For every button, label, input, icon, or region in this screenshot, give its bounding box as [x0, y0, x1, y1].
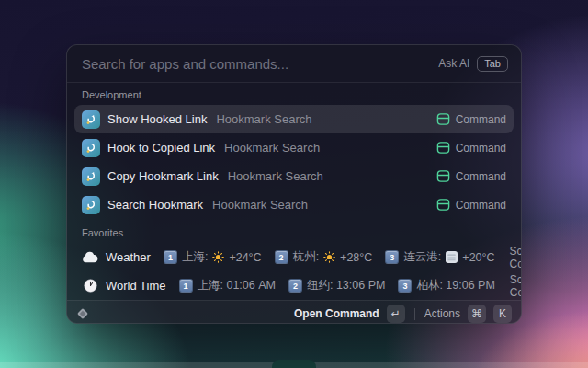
results-list: Development Show Hooked Link Hookmark Se…: [67, 83, 521, 300]
search-input[interactable]: [80, 55, 431, 73]
section-header-development: Development: [82, 89, 506, 100]
weather-temp: +28°C: [340, 251, 372, 264]
row-subtitle: Hookmark Search: [224, 141, 320, 155]
time-entry: 上海: 01:06 AM: [198, 278, 276, 293]
weather-row[interactable]: Weather 1 上海: +24°C: [74, 243, 514, 271]
sun-icon: [212, 251, 224, 263]
weather-temp: +20°C: [462, 251, 494, 264]
command-row-copy-hookmark-link[interactable]: Copy Hookmark Link Hookmark Search Comma…: [74, 162, 514, 190]
hookmark-app-icon: [82, 196, 100, 214]
row-title: Hook to Copied Link: [107, 141, 215, 155]
row-subtitle: Hookmark Search: [216, 112, 311, 126]
cmd-key-badge: ⌘: [468, 305, 486, 323]
return-key-badge: ↵: [387, 305, 405, 323]
search-bar: Ask AI Tab: [67, 45, 521, 83]
background-window-peek: [272, 360, 316, 368]
keycap-3-badge: 3: [398, 279, 412, 293]
cloud-icon: [82, 251, 98, 263]
keycap-1-badge: 1: [179, 279, 193, 293]
keycap-3-badge: 3: [385, 250, 399, 264]
tab-key-badge: Tab: [477, 56, 508, 72]
row-title: Weather: [106, 250, 151, 264]
command-row-search-hookmark[interactable]: Search Hookmark Hookmark Search Command: [74, 190, 514, 219]
command-row-show-hooked-link[interactable]: Show Hooked Link Hookmark Search Command: [74, 105, 514, 133]
footer-divider: [414, 308, 415, 320]
world-time-row[interactable]: World Time 1 上海: 01:06 AM 2 纽约: 13:06 PM…: [74, 271, 514, 300]
sun-icon: [323, 251, 335, 263]
weather-city: 上海:: [182, 249, 208, 265]
keycap-1-badge: 1: [164, 250, 177, 264]
raycast-window: Ask AI Tab Development Show Hooked Link …: [66, 44, 522, 324]
script-command-label: Script Command: [510, 245, 522, 270]
weather-city: 连云港:: [403, 249, 441, 265]
hookmark-app-icon: [82, 110, 100, 129]
row-title: Show Hooked Link: [107, 112, 207, 126]
command-icon: [436, 112, 450, 126]
command-type-label: Command: [456, 142, 506, 155]
command-icon: [436, 198, 450, 212]
command-icon: [436, 169, 450, 183]
section-header-favorites: Favorites: [82, 227, 506, 238]
time-entry: 柏林: 19:06 PM: [416, 278, 494, 293]
command-icon: [436, 141, 450, 155]
clock-icon: [82, 279, 98, 293]
time-entry: 纽约: 13:06 PM: [307, 278, 385, 293]
keycap-2-badge: 2: [288, 279, 302, 293]
row-subtitle: Hookmark Search: [212, 198, 308, 212]
script-command-label: Script Command: [510, 273, 522, 299]
hookmark-app-icon: [82, 167, 100, 186]
raycast-logo-icon: [76, 307, 89, 320]
footer-action-bar: Open Command ↵ Actions ⌘ K: [67, 300, 521, 324]
k-key-badge: K: [493, 305, 512, 323]
fog-icon: [446, 251, 458, 263]
hookmark-app-icon: [82, 139, 100, 157]
row-subtitle: Hookmark Search: [228, 169, 323, 183]
keycap-2-badge: 2: [275, 250, 288, 264]
row-title: Copy Hookmark Link: [107, 169, 219, 183]
command-type-label: Command: [456, 199, 506, 212]
actions-button[interactable]: Actions: [424, 307, 460, 320]
weather-city: 杭州:: [293, 249, 319, 265]
open-command-button[interactable]: Open Command: [294, 307, 379, 320]
row-title: Search Hookmark: [107, 198, 203, 212]
ask-ai-button[interactable]: Ask AI: [438, 57, 469, 70]
command-type-label: Command: [456, 113, 506, 126]
command-row-hook-to-copied-link[interactable]: Hook to Copied Link Hookmark Search Comm…: [74, 133, 514, 162]
desktop-background: Ask AI Tab Development Show Hooked Link …: [0, 0, 588, 368]
row-title: World Time: [106, 279, 166, 293]
command-type-label: Command: [456, 170, 506, 183]
weather-temp: +24°C: [229, 251, 261, 264]
